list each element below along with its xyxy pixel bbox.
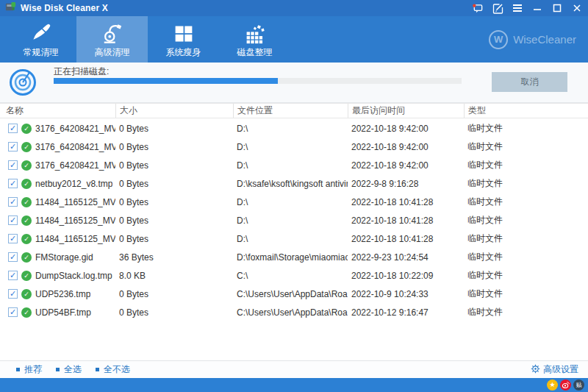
minimize-button[interactable] bbox=[531, 2, 543, 14]
row-checkbox[interactable]: ✓ bbox=[8, 197, 18, 207]
file-last-access: 2022-10-18 9:42:00 bbox=[348, 124, 464, 134]
column-header-size[interactable]: 大小 bbox=[115, 104, 233, 118]
status-ok-icon: ✓ bbox=[21, 271, 32, 281]
status-ok-icon: ✓ bbox=[21, 215, 32, 226]
table-row[interactable]: ✓✓11484_1165125_MVM_4.t...0 BytesD:\2022… bbox=[0, 211, 588, 229]
file-name-cell: ✓✓UDP54BF.tmp bbox=[0, 307, 115, 318]
file-location: D:\ bbox=[233, 215, 348, 226]
table-row[interactable]: ✓✓UDP54BF.tmp0 BytesC:\Users\User\AppDat… bbox=[0, 303, 588, 321]
table-row[interactable]: ✓✓DumpStack.log.tmp8.0 KBC:\2022-10-18 1… bbox=[0, 266, 588, 285]
file-name-cell: ✓✓3176_64208421_MVM_6.t... bbox=[0, 160, 115, 171]
scan-status-text: 正在扫描磁盘: bbox=[54, 65, 109, 78]
file-size: 0 Bytes bbox=[115, 234, 233, 244]
file-name: 3176_64208421_MVM_3.t... bbox=[35, 124, 115, 134]
window-title: Wise Disk Cleaner X bbox=[21, 3, 108, 13]
file-type: 临时文件 bbox=[464, 122, 588, 135]
file-name: DumpStack.log.tmp bbox=[35, 271, 112, 281]
file-size: 0 Bytes bbox=[115, 215, 233, 226]
cancel-button[interactable]: 取消 bbox=[492, 72, 567, 92]
row-checkbox[interactable]: ✓ bbox=[8, 142, 18, 152]
status-ok-icon: ✓ bbox=[21, 289, 32, 299]
file-size: 0 Bytes bbox=[115, 197, 233, 207]
feedback-icon[interactable] bbox=[492, 2, 503, 14]
close-button[interactable] bbox=[571, 2, 583, 14]
bullet-icon bbox=[96, 368, 99, 371]
gear-icon bbox=[531, 364, 540, 376]
footer-link-select-all[interactable]: 全选 bbox=[56, 363, 82, 376]
column-header-name[interactable]: 名称 bbox=[0, 104, 115, 118]
file-size: 0 Bytes bbox=[115, 307, 233, 318]
qzone-share-icon[interactable]: ★ bbox=[547, 379, 558, 391]
row-checkbox[interactable]: ✓ bbox=[8, 160, 18, 170]
table-row[interactable]: ✓✓3176_64208421_MVM_3.t...0 BytesD:\2022… bbox=[0, 119, 588, 138]
row-checkbox[interactable]: ✓ bbox=[8, 179, 18, 188]
footer-link-select-none[interactable]: 全不选 bbox=[96, 363, 130, 376]
scan-progress-bar bbox=[54, 78, 462, 84]
tieba-share-icon[interactable]: 贴 bbox=[573, 379, 584, 391]
window-controls bbox=[472, 2, 583, 14]
column-header-location[interactable]: 文件位置 bbox=[233, 104, 348, 118]
row-checkbox[interactable]: ✓ bbox=[8, 271, 18, 280]
footer-link-label: 推荐 bbox=[24, 363, 42, 376]
row-checkbox[interactable]: ✓ bbox=[8, 234, 18, 243]
table-row[interactable]: ✓✓3176_64208421_MVM_4.t...0 BytesD:\2022… bbox=[0, 138, 588, 156]
file-name: 3176_64208421_MVM_4.t... bbox=[35, 142, 115, 152]
file-location: D:\foxmail\Storage\miaomiao@... bbox=[233, 252, 348, 263]
file-type: 临时文件 bbox=[464, 306, 588, 318]
row-checkbox[interactable]: ✓ bbox=[8, 124, 18, 133]
brand-logo: W WiseCleaner bbox=[489, 16, 576, 63]
table-row[interactable]: ✓✓11484_1165125_MVM_3.t...0 BytesD:\2022… bbox=[0, 193, 588, 211]
bullet-icon bbox=[56, 368, 60, 371]
notifications-icon[interactable] bbox=[472, 2, 484, 14]
tab-advanced-clean[interactable]: 高级清理 bbox=[76, 16, 148, 63]
tab-common-clean[interactable]: 常规清理 bbox=[5, 16, 76, 63]
file-location: D:\ bbox=[233, 142, 348, 152]
advanced-settings-label: 高级设置 bbox=[543, 363, 578, 376]
bullet-icon bbox=[16, 368, 20, 371]
status-ok-icon: ✓ bbox=[21, 307, 32, 318]
file-type: 临时文件 bbox=[464, 288, 588, 300]
file-name-cell: ✓✓netbuy2012_v8.tmp bbox=[0, 179, 115, 189]
maximize-button[interactable] bbox=[551, 2, 563, 14]
row-checkbox[interactable]: ✓ bbox=[8, 307, 18, 317]
brand-name: WiseCleaner bbox=[513, 33, 576, 46]
footer-links: 推荐全选全不选 bbox=[0, 363, 130, 376]
column-header-type[interactable]: 类型 bbox=[464, 104, 588, 118]
file-type: 临时文件 bbox=[464, 251, 588, 263]
footer-link-recommended[interactable]: 推荐 bbox=[16, 363, 42, 376]
tab-system-slim[interactable]: 系统瘦身 bbox=[148, 16, 219, 63]
file-type: 临时文件 bbox=[464, 214, 588, 227]
file-last-access: 2022-10-12 9:16:47 bbox=[348, 307, 464, 318]
file-size: 0 Bytes bbox=[115, 179, 233, 189]
advanced-settings-button[interactable]: 高级设置 bbox=[531, 363, 578, 376]
file-last-access: 2022-9-23 10:24:54 bbox=[348, 252, 464, 263]
app-window: Wise Disk Cleaner X 常规清理高级清理系统瘦身磁盘整理 W W… bbox=[0, 0, 588, 392]
status-ok-icon: ✓ bbox=[21, 160, 32, 171]
table-row[interactable]: ✓✓netbuy2012_v8.tmp0 BytesD:\ksafe\ksoft… bbox=[0, 174, 588, 193]
tab-label: 常规清理 bbox=[24, 46, 59, 59]
table-row[interactable]: ✓✓11484_1165125_MVM_6.t...0 BytesD:\2022… bbox=[0, 229, 588, 248]
status-ok-icon: ✓ bbox=[21, 252, 32, 263]
row-checkbox[interactable]: ✓ bbox=[8, 252, 18, 262]
menu-icon[interactable] bbox=[512, 2, 523, 14]
table-row[interactable]: ✓✓3176_64208421_MVM_6.t...0 BytesD:\2022… bbox=[0, 156, 588, 174]
status-ok-icon: ✓ bbox=[21, 197, 32, 207]
scan-progress-fill bbox=[54, 78, 278, 84]
row-checkbox[interactable]: ✓ bbox=[8, 215, 18, 225]
file-location: D:\ bbox=[233, 197, 348, 207]
table-row[interactable]: ✓✓UDP5236.tmp0 BytesC:\Users\User\AppDat… bbox=[0, 285, 588, 303]
tab-disk-defrag[interactable]: 磁盘整理 bbox=[219, 16, 290, 63]
file-name-cell: ✓✓3176_64208421_MVM_4.t... bbox=[0, 142, 115, 152]
file-size: 8.0 KB bbox=[115, 271, 233, 281]
file-last-access: 2022-10-9 10:24:33 bbox=[348, 289, 464, 299]
tab-label: 磁盘整理 bbox=[237, 46, 273, 59]
weibo-share-icon[interactable] bbox=[560, 379, 571, 391]
file-size: 0 Bytes bbox=[115, 160, 233, 171]
file-name-cell: ✓✓11484_1165125_MVM_3.t... bbox=[0, 197, 115, 207]
file-name-cell: ✓✓DumpStack.log.tmp bbox=[0, 271, 115, 281]
file-table-header: 名称 大小 文件位置 最后访问时间 类型 bbox=[0, 103, 588, 118]
table-row[interactable]: ✓✓FMStorage.gid36 BytesD:\foxmail\Storag… bbox=[0, 248, 588, 266]
row-checkbox[interactable]: ✓ bbox=[8, 289, 18, 299]
file-name: 11484_1165125_MVM_6.t... bbox=[35, 234, 115, 244]
column-header-last-access[interactable]: 最后访问时间 bbox=[348, 104, 464, 118]
